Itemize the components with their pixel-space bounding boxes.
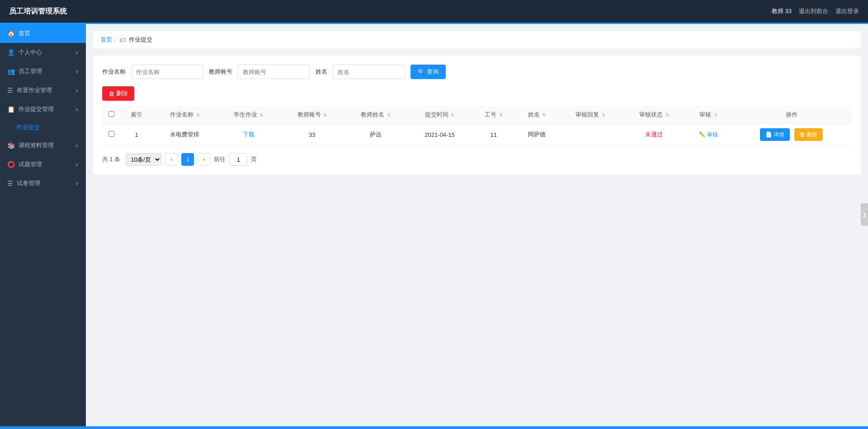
chevron-down-icon2: ∨ xyxy=(75,69,79,75)
sidebar-label-employee: 员工管理 xyxy=(19,67,42,75)
nav-back-link[interactable]: 退出到前台 xyxy=(799,7,828,15)
sidebar-label-homework: 布置作业管理 xyxy=(17,86,52,94)
search-bar: 作业名称 教师账号 姓名 🔍 查询 xyxy=(102,65,852,79)
audit-icon: ✏️ xyxy=(699,131,706,138)
next-page-button[interactable]: › xyxy=(198,153,210,166)
goto-page-input[interactable] xyxy=(229,153,247,166)
right-collapse-tab[interactable]: ❯ xyxy=(861,203,868,226)
table-header-submit-time: 提交时间 ⇅ xyxy=(408,106,472,124)
search-teacher-account-input[interactable] xyxy=(238,65,310,79)
table-row: 1 水电费管排 下载 33 萨达 2021-04-15 11 阿萨德 未通过 ✏… xyxy=(102,124,852,146)
select-all-checkbox[interactable] xyxy=(108,111,114,117)
breadcrumb-icon: 🏷 xyxy=(119,36,126,44)
batch-delete-label: 删除 xyxy=(116,89,128,98)
chevron-down-icon3: ∨ xyxy=(75,88,79,93)
pagination: 共 1 条 10条/页 20条/页 50条/页 ‹ 1 › 前往 页 xyxy=(102,153,852,166)
row-homework-name: 水电费管排 xyxy=(153,124,217,146)
search-homework-name-input[interactable] xyxy=(131,65,203,79)
row-work-no: 11 xyxy=(472,124,515,146)
batch-delete-button[interactable]: 🗑 删除 xyxy=(102,86,134,101)
chevron-down-icon5: ∨ xyxy=(75,162,79,168)
row-checkbox-cell xyxy=(102,124,120,146)
table-header-homework-name: 作业名称 ⇅ xyxy=(153,106,217,124)
table-header-checkbox xyxy=(102,106,120,124)
page-1-button[interactable]: 1 xyxy=(181,153,194,166)
table-header-work-no: 工号 ⇅ xyxy=(472,106,515,124)
table-header-student-work: 学生作业 ⇅ xyxy=(217,106,280,124)
nav-logout-link[interactable]: 退出登录 xyxy=(835,7,859,15)
row-checkbox[interactable] xyxy=(108,131,114,137)
sidebar-item-employee[interactable]: 👥 员工管理 ∨ xyxy=(0,62,86,81)
goto-label: 前往 xyxy=(214,155,226,163)
sidebar-item-profile[interactable]: 👤 个人中心 ∨ xyxy=(0,43,86,62)
search-homework-name-label: 作业名称 xyxy=(102,68,126,76)
delete-row-button[interactable]: 🗑 删除 xyxy=(794,128,823,141)
header-right: 教师 33 退出到前台 退出登录 xyxy=(772,7,859,15)
paper-icon: ☰ xyxy=(7,180,13,187)
delete-icon: 🗑 xyxy=(108,90,114,97)
chevron-down-icon4: ∨ xyxy=(75,143,79,149)
row-student-work: 下载 xyxy=(217,124,280,146)
employee-icon: 👥 xyxy=(7,68,15,75)
sidebar-label-exam: 试题管理 xyxy=(19,160,42,168)
current-user: 教师 33 xyxy=(772,7,792,15)
row-submit-time: 2021-04-15 xyxy=(408,124,472,146)
table-header-teacher-account: 教师账号 ⇅ xyxy=(280,106,344,124)
audit-button[interactable]: ✏️ 审核 xyxy=(699,131,718,139)
query-button-label: 查询 xyxy=(427,68,439,76)
table-header-index: 索引 xyxy=(120,106,153,124)
row-review-status: 未通过 xyxy=(622,124,686,146)
sidebar-item-homework[interactable]: ☰ 布置作业管理 ∨ xyxy=(0,81,86,100)
row-teacher-name: 萨达 xyxy=(344,124,408,146)
header-accent xyxy=(0,23,868,24)
breadcrumb-home-link[interactable]: 首页 xyxy=(100,36,112,44)
row-review-reply xyxy=(559,124,623,146)
action-bar: 🗑 删除 xyxy=(102,86,852,101)
home-icon: 🏠 xyxy=(7,30,15,37)
total-count: 共 1 条 xyxy=(102,155,120,163)
bottom-bar xyxy=(0,426,868,429)
table-header-teacher-name: 教师姓名 ⇅ xyxy=(344,106,408,124)
chevron-down-icon: ∨ xyxy=(75,50,79,56)
breadcrumb: 首页 / 🏷 作业提交 xyxy=(93,31,861,48)
query-button[interactable]: 🔍 查询 xyxy=(410,65,446,79)
table-header-name: 姓名 ⇅ xyxy=(515,106,559,124)
sidebar-item-exam[interactable]: ⭕ 试题管理 ∨ xyxy=(0,155,86,174)
table-header-review-reply: 审核回复 ⇅ xyxy=(559,106,623,124)
download-link[interactable]: 下载 xyxy=(243,131,255,138)
sidebar-item-course[interactable]: 📚 课程资料管理 ∨ xyxy=(0,136,86,155)
row-teacher-account: 33 xyxy=(280,124,344,146)
sidebar-label-profile: 个人中心 xyxy=(19,48,42,56)
detail-icon: 📄 xyxy=(765,131,772,138)
exam-icon: ⭕ xyxy=(7,161,15,168)
table-header-review-status: 审核状态 ⇅ xyxy=(622,106,686,124)
page-unit-label: 页 xyxy=(251,155,257,163)
sidebar-sub-item-submit-list[interactable]: 作业提交 xyxy=(0,119,86,136)
breadcrumb-current: 作业提交 xyxy=(129,36,152,44)
sidebar-sub-label-submit-list: 作业提交 xyxy=(16,123,40,131)
detail-button[interactable]: 📄 详情 xyxy=(760,128,790,141)
profile-icon: 👤 xyxy=(7,49,15,56)
sidebar: 🏠 首页 👤 个人中心 ∨ 👥 员工管理 ∨ ☰ 布置作业管理 xyxy=(0,24,86,429)
sidebar-label-home: 首页 xyxy=(19,29,30,37)
row-index: 1 xyxy=(120,124,153,146)
prev-page-button[interactable]: ‹ xyxy=(165,153,178,166)
data-table: 索引 作业名称 ⇅ 学生作业 ⇅ 教师账号 ⇅ 教师姓名 ⇅ 提交时间 ⇅ 工号… xyxy=(102,106,852,146)
sidebar-label-submit: 作业提交管理 xyxy=(19,105,54,113)
sidebar-label-paper: 试卷管理 xyxy=(17,179,40,187)
row-name: 阿萨德 xyxy=(515,124,559,146)
row-operations: 📄 详情 🗑 删除 xyxy=(731,124,852,146)
homework-icon: ☰ xyxy=(7,87,13,94)
sidebar-item-home[interactable]: 🏠 首页 xyxy=(0,24,86,43)
row-review: ✏️ 审核 xyxy=(686,124,731,146)
sidebar-item-submit[interactable]: 📋 作业提交管理 ∧ xyxy=(0,100,86,119)
search-name-label: 姓名 xyxy=(316,68,327,76)
search-name-input[interactable] xyxy=(333,65,405,79)
search-icon: 🔍 xyxy=(418,69,425,75)
page-size-select[interactable]: 10条/页 20条/页 50条/页 xyxy=(126,153,161,166)
chevron-up-icon: ∧ xyxy=(75,107,79,112)
sidebar-item-paper[interactable]: ☰ 试卷管理 ∨ xyxy=(0,174,86,193)
sidebar-label-course: 课程资料管理 xyxy=(19,141,54,149)
breadcrumb-sep: / xyxy=(115,37,117,43)
delete-row-icon: 🗑 xyxy=(800,131,805,138)
